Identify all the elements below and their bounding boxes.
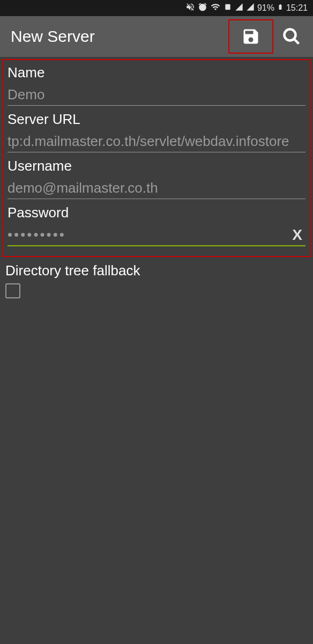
form-highlight-box: Name Server URL Username Password X bbox=[2, 59, 311, 257]
username-label: Username bbox=[8, 158, 305, 174]
name-input[interactable] bbox=[8, 84, 305, 106]
name-label: Name bbox=[8, 64, 305, 81]
password-group: Password X bbox=[4, 203, 309, 251]
save-button[interactable] bbox=[236, 21, 266, 52]
battery-percent: 91% bbox=[257, 3, 274, 13]
signal-icon-1 bbox=[235, 3, 243, 13]
svg-rect-0 bbox=[225, 4, 230, 10]
app-bar: New Server bbox=[0, 16, 313, 57]
clear-password-button[interactable]: X bbox=[289, 226, 305, 244]
status-bar: 91% 15:21 bbox=[0, 0, 313, 16]
signal-icon-2 bbox=[246, 3, 255, 13]
svg-line-2 bbox=[294, 39, 299, 44]
fallback-section: Directory tree fallback bbox=[0, 259, 313, 302]
wifi-icon bbox=[210, 2, 221, 14]
password-input[interactable] bbox=[8, 224, 289, 245]
fallback-checkbox[interactable] bbox=[5, 283, 20, 298]
save-button-highlight bbox=[228, 19, 273, 54]
username-input[interactable] bbox=[8, 178, 305, 199]
svg-point-1 bbox=[285, 30, 296, 41]
mute-icon bbox=[185, 2, 195, 14]
alarm-icon bbox=[198, 2, 207, 14]
server-url-input[interactable] bbox=[8, 131, 305, 152]
page-title: New Server bbox=[6, 27, 228, 46]
username-group: Username bbox=[4, 157, 309, 203]
clock-time: 15:21 bbox=[286, 3, 308, 13]
battery-icon bbox=[277, 2, 284, 14]
sim-icon bbox=[223, 2, 232, 14]
search-icon bbox=[282, 27, 301, 46]
url-group: Server URL bbox=[4, 110, 309, 157]
save-icon bbox=[241, 27, 260, 46]
search-button[interactable] bbox=[277, 21, 307, 52]
fallback-label: Directory tree fallback bbox=[5, 262, 308, 279]
url-label: Server URL bbox=[8, 111, 305, 128]
name-group: Name bbox=[4, 63, 309, 110]
password-label: Password bbox=[8, 204, 305, 221]
